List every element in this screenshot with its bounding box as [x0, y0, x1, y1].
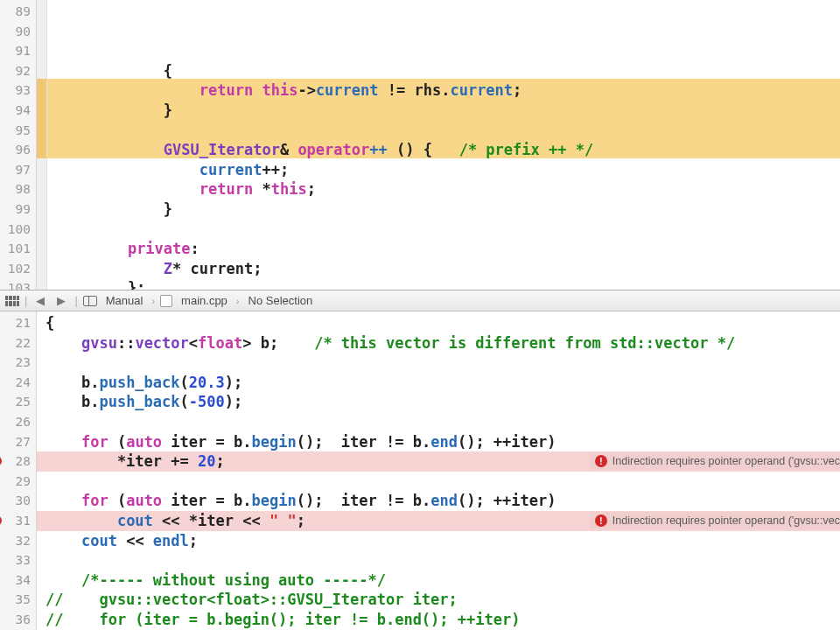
- code-line[interactable]: // gvsu::vector<float>::GVSU_Iterator it…: [37, 590, 840, 610]
- code-line[interactable]: [37, 353, 840, 373]
- error-message: Indirection requires pointer operand ('g…: [612, 511, 840, 531]
- line-number: 27: [0, 432, 36, 452]
- gutter-top: 8990919293949596979899100101102103: [0, 0, 37, 290]
- gutter-bottom: 21222324252627282930313233343536: [0, 312, 37, 630]
- line-number: 101: [0, 239, 36, 259]
- nav-forward-button[interactable]: ▶: [53, 294, 69, 307]
- line-number: 93: [0, 80, 36, 101]
- line-number: 23: [0, 353, 36, 373]
- ide-editor: 8990919293949596979899100101102103 { ret…: [0, 0, 840, 630]
- code-line[interactable]: cout << *iter << " ";!Indirection requir…: [37, 511, 840, 531]
- chevron-right-icon: ›: [151, 296, 155, 306]
- code-line[interactable]: return this->current != rhs.current;: [47, 80, 840, 101]
- code-line[interactable]: b.push_back(20.3);: [37, 373, 840, 393]
- code-line[interactable]: [37, 412, 840, 432]
- error-annotation[interactable]: !Indirection requires pointer operand ('…: [590, 512, 840, 529]
- code-line[interactable]: return *this;: [47, 179, 840, 200]
- code-line[interactable]: b.push_back(-500);: [37, 392, 840, 412]
- code-line[interactable]: }: [47, 200, 840, 220]
- code-line[interactable]: private:: [47, 239, 840, 259]
- line-number: 92: [0, 61, 36, 81]
- line-number: 99: [0, 200, 36, 220]
- related-items-icon[interactable]: [5, 296, 19, 306]
- error-message: Indirection requires pointer operand ('g…: [612, 452, 840, 472]
- code-line[interactable]: *iter += 20;!Indirection requires pointe…: [37, 452, 840, 472]
- jump-file[interactable]: main.cpp: [178, 294, 231, 307]
- jump-mode[interactable]: Manual: [102, 294, 147, 307]
- line-number: 30: [0, 491, 36, 511]
- code-line[interactable]: current++;: [47, 160, 840, 180]
- line-number: 28: [0, 452, 36, 472]
- editor-pane-top: 8990919293949596979899100101102103 { ret…: [0, 0, 840, 290]
- line-number: 96: [0, 140, 36, 160]
- line-number: 25: [0, 392, 36, 412]
- error-annotation[interactable]: !Indirection requires pointer operand ('…: [590, 452, 840, 470]
- line-number: 97: [0, 160, 36, 180]
- line-number: 89: [0, 2, 36, 22]
- code-line[interactable]: for (auto iter = b.begin(); iter != b.en…: [37, 491, 840, 511]
- line-number: 34: [0, 570, 36, 591]
- line-number: 21: [0, 313, 36, 333]
- code-line[interactable]: [47, 121, 840, 141]
- jump-selection[interactable]: No Selection: [245, 294, 317, 307]
- fold-ribbon: [37, 0, 47, 290]
- code-line[interactable]: [37, 472, 840, 492]
- error-icon: !: [595, 514, 607, 527]
- chevron-right-icon: ›: [236, 296, 240, 306]
- line-number: 26: [0, 412, 36, 432]
- code-line[interactable]: {: [47, 61, 840, 81]
- error-icon: !: [595, 455, 607, 467]
- code-area-bottom[interactable]: { gvsu::vector<float> b; /* this vector …: [37, 312, 840, 630]
- line-number: 98: [0, 179, 36, 200]
- code-line[interactable]: };: [47, 278, 840, 290]
- line-number: 22: [0, 333, 36, 354]
- code-line[interactable]: // for (iter = b.begin(); iter != b.end(…: [37, 610, 840, 630]
- line-number: 95: [0, 121, 36, 141]
- file-icon: [160, 295, 172, 307]
- code-line[interactable]: }: [47, 101, 840, 121]
- code-line[interactable]: GVSU_Iterator& operator++ () { /* prefix…: [47, 140, 840, 160]
- line-number: 33: [0, 550, 36, 570]
- code-line[interactable]: {: [37, 313, 840, 333]
- code-line[interactable]: /*----- without using auto -----*/: [37, 570, 840, 591]
- layout-icon[interactable]: [83, 296, 97, 306]
- line-number: 100: [0, 220, 36, 240]
- line-number: 91: [0, 41, 36, 61]
- line-number: 24: [0, 373, 36, 393]
- line-number: 35: [0, 590, 36, 610]
- code-line[interactable]: for (auto iter = b.begin(); iter != b.en…: [37, 432, 840, 452]
- code-line[interactable]: [37, 550, 840, 570]
- jump-bar[interactable]: | ◀ ▶ | Manual › main.cpp › No Selection: [0, 290, 840, 312]
- code-line[interactable]: cout << endl;: [37, 531, 840, 551]
- code-area-top[interactable]: { return this->current != rhs.current; }…: [47, 0, 840, 290]
- line-number: 94: [0, 101, 36, 121]
- line-number: 36: [0, 610, 36, 630]
- line-number: 32: [0, 531, 36, 551]
- editor-pane-bottom: | ◀ ▶ | Manual › main.cpp › No Selection…: [0, 290, 840, 630]
- line-number: 29: [0, 472, 36, 492]
- code-line[interactable]: gvsu::vector<float> b; /* this vector is…: [37, 333, 840, 354]
- code-line[interactable]: [47, 220, 840, 240]
- line-number: 90: [0, 22, 36, 42]
- code-line[interactable]: Z* current;: [47, 259, 840, 279]
- line-number: 31: [0, 511, 36, 531]
- line-number: 102: [0, 259, 36, 279]
- nav-back-button[interactable]: ◀: [32, 294, 48, 307]
